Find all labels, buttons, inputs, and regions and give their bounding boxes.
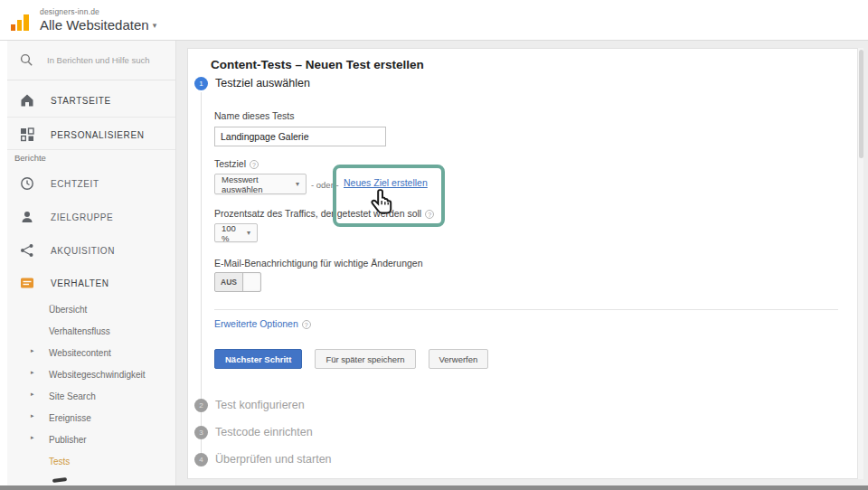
step-2-title[interactable]: Test konfigurieren <box>215 399 305 411</box>
sidebar-item-label: ZIELGRUPPE <box>51 212 113 222</box>
test-name-input[interactable] <box>214 127 386 146</box>
caret-down-icon: ▾ <box>288 180 299 188</box>
toggle-knob[interactable] <box>242 273 260 291</box>
step-3-badge: 3 <box>194 426 208 439</box>
step-1-title: Testziel auswählen <box>215 77 310 90</box>
sidebar-divider <box>7 149 175 150</box>
caret-down-icon: ▾ <box>240 229 250 237</box>
metric-select-value: Messwert auswählen <box>222 174 288 194</box>
sidebar-item-echtzeit[interactable]: ECHTZEIT <box>7 167 175 200</box>
view-name: Alle Websitedaten <box>40 17 149 33</box>
search-placeholder: In Berichten und Hilfe such <box>47 55 150 65</box>
submenu-arrow-icon: ▸ <box>31 412 34 419</box>
sidebar-item-label: AKQUISITION <box>51 246 115 256</box>
save-for-later-button[interactable]: Für später speichern <box>315 349 415 369</box>
action-buttons: Nächster Schritt Für später speichern Ve… <box>214 349 488 369</box>
sidebar-subitem-site-search[interactable]: ▸Site Search <box>7 387 175 405</box>
sidebar-item-personalisieren[interactable]: PERSONALISIEREN <box>7 118 175 151</box>
scrollbar-thumb[interactable] <box>859 50 863 158</box>
advanced-options-link[interactable]: Erweiterte Optionen? <box>214 318 311 329</box>
sidebar-subitem-websitecontent[interactable]: ▸Websitecontent <box>7 344 175 362</box>
home-icon <box>20 93 34 108</box>
sidebar-divider <box>7 117 175 118</box>
sidebar-subitem-verhaltensfluss[interactable]: Verhaltensfluss <box>7 322 175 340</box>
partial-cursor-artifact <box>52 477 67 483</box>
submenu-arrow-icon: ▸ <box>31 434 34 441</box>
step-3-title[interactable]: Testcode einrichten <box>215 426 313 438</box>
subitem-label: Publisher <box>49 435 87 445</box>
window-bottom-edge <box>0 485 868 490</box>
sidebar-subitem-uebersicht[interactable]: Übersicht <box>7 300 175 318</box>
subitem-label: Tests <box>49 457 70 466</box>
person-icon <box>20 210 34 224</box>
vertical-scrollbar[interactable] <box>857 48 863 479</box>
pages-icon <box>20 276 34 290</box>
caret-down-icon: ▾ <box>153 21 157 30</box>
submenu-arrow-icon: ▸ <box>31 391 34 398</box>
step-1-badge: 1 <box>194 77 208 90</box>
metric-select[interactable]: Messwert auswählen ▾ <box>214 174 307 194</box>
sidebar-subitem-websitegeschwindigkeit[interactable]: ▸Websitegeschwindigkeit <box>7 365 175 383</box>
next-step-button[interactable]: Nächster Schritt <box>214 349 302 369</box>
account-name: designers-inn.de <box>40 7 99 16</box>
app-header: designers-inn.de Alle Websitedaten▾ <box>0 0 868 41</box>
subitem-label: Websitecontent <box>49 348 111 358</box>
subitem-label: Site Search <box>49 391 96 401</box>
submenu-arrow-icon: ▸ <box>31 347 34 354</box>
submenu-arrow-icon: ▸ <box>31 369 34 376</box>
test-name-label: Name dieses Tests <box>214 110 295 121</box>
sidebar: In Berichten und Hilfe such STARTSEITE P… <box>7 41 176 485</box>
search-icon <box>20 53 33 67</box>
help-icon[interactable]: ? <box>250 160 259 169</box>
help-icon[interactable]: ? <box>302 320 311 329</box>
discard-button[interactable]: Verwerfen <box>429 349 489 369</box>
testziel-label: Testziel? <box>214 158 259 169</box>
content-card: Content-Tests – Neuen Test erstellen 1 T… <box>187 48 859 479</box>
sidebar-item-label: PERSONALISIEREN <box>51 130 144 140</box>
subitem-label: Websitegeschwindigkeit <box>49 370 146 380</box>
email-label: E-Mail-Benachrichtigung für wichtige Änd… <box>214 258 423 269</box>
traffic-select[interactable]: 100 % ▾ <box>214 223 258 242</box>
page-title: Content-Tests – Neuen Test erstellen <box>211 58 424 71</box>
dashboard-icon <box>20 127 34 142</box>
analytics-logo-icon <box>11 13 33 31</box>
sidebar-item-akquisition[interactable]: AKQUISITION <box>7 234 175 267</box>
sidebar-item-label: VERHALTEN <box>51 278 109 288</box>
sidebar-section-berichte: Berichte <box>14 153 46 163</box>
subitem-label: Übersicht <box>49 305 87 315</box>
email-toggle[interactable]: AUS <box>214 272 261 292</box>
share-icon <box>20 243 34 258</box>
clock-icon <box>20 176 34 191</box>
subitem-label: Ereignisse <box>49 413 91 423</box>
hand-cursor-icon <box>367 187 398 218</box>
step-2-badge: 2 <box>194 399 208 412</box>
sidebar-item-zielgruppe[interactable]: ZIELGRUPPE <box>7 201 175 233</box>
sidebar-item-verhalten[interactable]: VERHALTEN <box>7 267 175 299</box>
traffic-select-value: 100 % <box>222 223 240 243</box>
sidebar-subitem-ereignisse[interactable]: ▸Ereignisse <box>7 409 175 427</box>
view-selector[interactable]: Alle Websitedaten▾ <box>40 17 156 33</box>
sidebar-item-label: ECHTZEIT <box>51 179 99 189</box>
sidebar-item-startseite[interactable]: STARTSEITE <box>7 84 175 117</box>
sidebar-item-label: STARTSEITE <box>51 96 111 106</box>
step-4-badge: 4 <box>194 453 208 466</box>
sidebar-search[interactable]: In Berichten und Hilfe such <box>7 41 175 80</box>
toggle-state-label: AUS <box>215 273 242 291</box>
step-4-title[interactable]: Überprüfen und starten <box>215 453 332 466</box>
section-divider <box>214 309 838 310</box>
sidebar-subitem-tests[interactable]: Tests <box>7 452 175 470</box>
subitem-label: Verhaltensfluss <box>49 326 110 336</box>
sidebar-subitem-publisher[interactable]: ▸Publisher <box>7 430 175 448</box>
